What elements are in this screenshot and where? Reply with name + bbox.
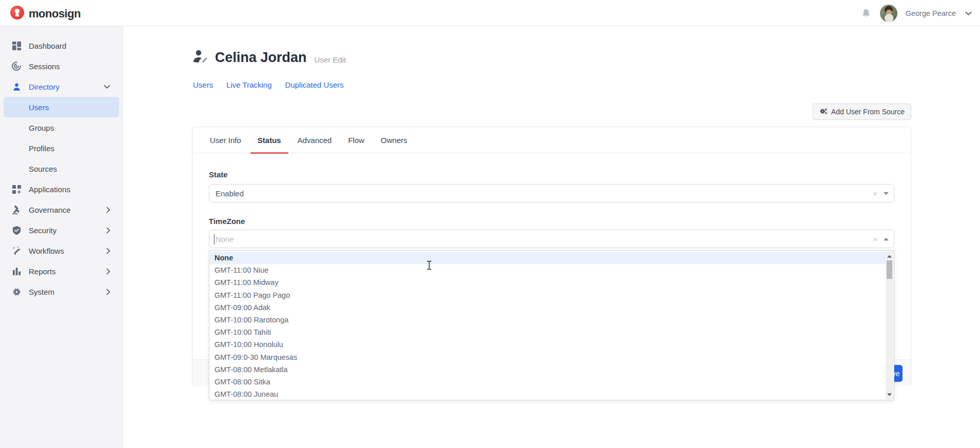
sidebar-label: Sources (29, 165, 57, 173)
page-subtitle: User Edit (315, 51, 346, 64)
sidebar-label: Reports (29, 267, 56, 276)
chevron-down-icon (104, 85, 110, 89)
dropdown-scrollbar[interactable] (886, 251, 893, 399)
header-actions: George Pearce (860, 0, 972, 26)
timezone-option[interactable]: GMT-08:00 Metlakatla (210, 363, 886, 376)
text-caret (214, 234, 214, 245)
sidebar-item-dashboard[interactable]: Dashboard (0, 35, 123, 56)
header-user-name[interactable]: George Pearce (906, 9, 956, 17)
scroll-up-icon[interactable] (886, 252, 893, 260)
state-field-label: State (209, 170, 228, 179)
chevron-right-icon (106, 248, 110, 254)
user-edit-icon (192, 49, 208, 66)
sidebar-label: Workflows (29, 247, 64, 255)
timezone-option[interactable]: GMT-11:00 Midway (210, 276, 886, 289)
chevron-right-icon (106, 227, 110, 234)
add-user-from-source-button[interactable]: Add User From Source (813, 104, 911, 120)
top-header: monosign George Pearce (0, 0, 980, 26)
sidebar-label: Users (29, 103, 49, 112)
sidebar-item-applications[interactable]: Applications (0, 179, 123, 199)
add-user-from-source-label: Add User From Source (831, 108, 905, 116)
timezone-search-input[interactable] (209, 230, 894, 248)
sidebar-label: Security (29, 226, 56, 235)
state-select-value: Enabled (209, 189, 244, 198)
page-header: Celina Jordan User Edit (192, 49, 346, 66)
sidebar-item-directory[interactable]: Directory (0, 76, 123, 97)
sidebar-item-profiles[interactable]: Profiles (0, 138, 123, 158)
page-nav-links: Users Live Tracking Duplicated Users (193, 80, 344, 89)
timezone-option[interactable]: GMT-09:0-30 Marquesas (210, 351, 886, 363)
bell-icon[interactable] (860, 8, 872, 19)
state-select[interactable]: Enabled × (209, 184, 894, 202)
sidebar-item-governance[interactable]: Governance (0, 199, 123, 220)
tab-advanced[interactable]: Advanced (297, 127, 333, 153)
user-avatar[interactable] (880, 5, 897, 22)
app-window: monosign George Pearce Dashboard (0, 0, 980, 448)
page-title: Celina Jordan (215, 50, 307, 66)
timezone-option[interactable]: GMT-11:00 Pago Pago (210, 289, 886, 301)
card-tabs: User Info Status Advanced Flow Owners (192, 127, 911, 153)
gavel-icon (11, 205, 22, 215)
nav-link-live-tracking[interactable]: Live Tracking (226, 80, 271, 89)
apps-grid-plus-icon (11, 184, 22, 194)
timezone-option[interactable]: GMT-10:00 Honolulu (210, 338, 886, 351)
timezone-option[interactable]: GMT-10:00 Tahiti (210, 326, 886, 338)
sidebar-item-reports[interactable]: Reports (0, 261, 123, 281)
sidebar-label: Applications (29, 185, 70, 194)
sidebar-item-sources[interactable]: Sources (0, 158, 123, 179)
user-edit-card: User Info Status Advanced Flow Owners St… (192, 127, 911, 386)
person-icon (11, 82, 22, 92)
tab-status[interactable]: Status (257, 127, 282, 153)
brand-name: monosign (29, 7, 81, 21)
monosign-logo-icon (10, 6, 24, 22)
sidebar-nav: Dashboard Sessions Directory Users Group… (0, 26, 123, 448)
sidebar-item-system[interactable]: System (0, 281, 123, 302)
magic-wand-icon (11, 246, 22, 256)
timezone-option[interactable]: GMT-10:00 Rarotonga (210, 314, 886, 326)
sidebar-label: Directory (29, 83, 60, 91)
timezone-option-list: None GMT-11:00 Niue GMT-11:00 Midway GMT… (210, 252, 886, 400)
sidebar-label: Groups (29, 124, 54, 132)
chevron-right-icon (106, 289, 110, 295)
sidebar-item-groups[interactable]: Groups (0, 117, 123, 138)
sidebar-label: Profiles (29, 144, 54, 153)
sidebar-item-users[interactable]: Users (4, 97, 119, 117)
sidebar-label: Dashboard (29, 42, 66, 50)
tab-flow[interactable]: Flow (347, 127, 365, 153)
main-content: Celina Jordan User Edit Users Live Track… (123, 26, 980, 448)
user-menu-chevron-down-icon[interactable] (965, 9, 972, 18)
gear-icon (11, 287, 22, 297)
timezone-option[interactable]: GMT-08:00 Sitka (210, 376, 886, 388)
gears-icon (819, 107, 828, 117)
brand-logo[interactable]: monosign (10, 6, 81, 22)
shield-check-icon (11, 225, 22, 235)
sidebar-label: Sessions (29, 62, 60, 71)
timezone-option[interactable]: None (210, 252, 886, 264)
timezone-dropdown-menu: None GMT-11:00 Niue GMT-11:00 Midway GMT… (209, 250, 894, 400)
bar-chart-icon (11, 266, 22, 276)
timezone-field-label: TimeZone (209, 217, 245, 226)
nav-link-duplicated-users[interactable]: Duplicated Users (285, 80, 344, 89)
scroll-down-icon[interactable] (886, 391, 893, 398)
clear-icon[interactable]: × (873, 190, 877, 197)
dropdown-arrow-up-icon[interactable] (884, 237, 889, 241)
chevron-right-icon (106, 268, 110, 275)
nav-link-users[interactable]: Users (193, 80, 213, 89)
clear-icon[interactable]: × (873, 235, 877, 243)
chevron-right-icon (106, 207, 110, 213)
timezone-option[interactable]: GMT-11:00 Niue (210, 264, 886, 276)
timezone-option[interactable]: GMT-09:00 Adak (210, 301, 886, 314)
sidebar-label: System (29, 288, 54, 296)
sessions-spiral-icon (11, 61, 22, 71)
tab-user-info[interactable]: User Info (209, 127, 242, 153)
sidebar-item-sessions[interactable]: Sessions (0, 56, 123, 76)
sidebar-label: Governance (29, 206, 71, 214)
scrollbar-thumb[interactable] (887, 260, 892, 279)
tab-owners[interactable]: Owners (380, 127, 408, 153)
sidebar-item-security[interactable]: Security (0, 220, 123, 240)
dashboard-grid-icon (11, 40, 22, 51)
timezone-select[interactable]: × (209, 230, 894, 248)
dropdown-arrow-down-icon[interactable] (884, 192, 889, 195)
timezone-option[interactable]: GMT-08:00 Juneau (210, 388, 886, 400)
sidebar-item-workflows[interactable]: Workflows (0, 240, 123, 261)
